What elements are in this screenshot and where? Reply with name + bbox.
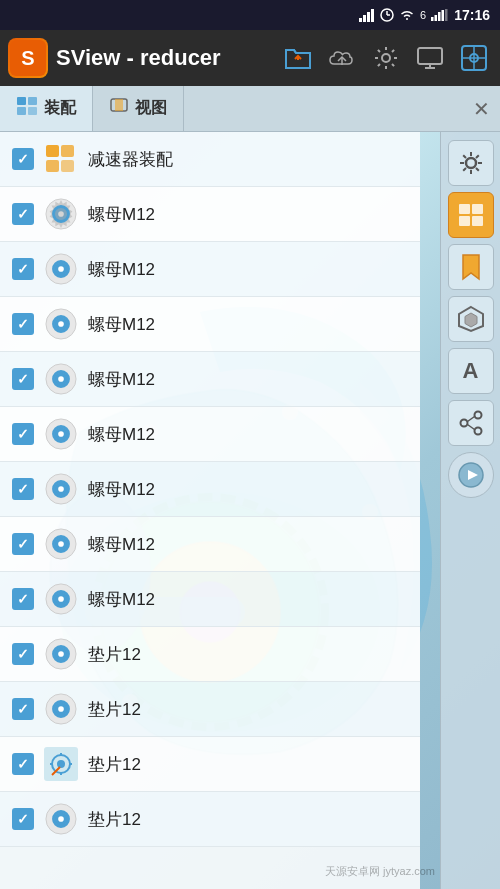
expand-icon [460, 44, 488, 72]
component-icon-3 [44, 307, 78, 341]
component-icon-2 [44, 252, 78, 286]
item-label-4: 螺母M12 [88, 368, 155, 391]
gear-icon [45, 308, 77, 340]
svg-rect-28 [115, 99, 123, 111]
svg-point-70 [58, 541, 64, 547]
gear-icon [45, 693, 77, 725]
list-item[interactable]: 螺母M12 [0, 187, 420, 242]
svg-point-15 [382, 54, 390, 62]
gear-icon [45, 803, 77, 835]
checkbox-9[interactable] [12, 643, 34, 665]
settings-button[interactable] [368, 40, 404, 76]
main-content: 减速器装配 螺母M12 [0, 132, 500, 889]
list-item[interactable]: 垫片12 [0, 682, 420, 737]
svg-point-99 [460, 420, 467, 427]
item-label-10: 垫片12 [88, 698, 141, 721]
svg-rect-2 [367, 12, 370, 22]
svg-rect-24 [28, 97, 37, 105]
item-label-11: 垫片12 [88, 753, 141, 776]
svg-rect-25 [17, 107, 26, 115]
svg-rect-93 [472, 204, 483, 214]
structure-icon [457, 305, 485, 333]
item-label-6: 螺母M12 [88, 478, 155, 501]
gear-icon [45, 528, 77, 560]
monitor-button[interactable] [412, 40, 448, 76]
cloud-button[interactable] [324, 40, 360, 76]
checkbox-5[interactable] [12, 423, 34, 445]
checkbox-4[interactable] [12, 368, 34, 390]
list-item[interactable]: 螺母M12 [0, 352, 420, 407]
gear-icon [45, 198, 77, 230]
list-item[interactable]: 螺母M12 [0, 462, 420, 517]
checkbox-11[interactable] [12, 753, 34, 775]
svg-rect-41 [61, 145, 74, 157]
svg-point-62 [58, 431, 64, 437]
list-item[interactable]: 垫片12 [0, 792, 420, 847]
signal-bars-icon [431, 9, 449, 21]
component-icon-1 [44, 197, 78, 231]
wifi-icon [399, 9, 415, 21]
app-title: SView - reducer [56, 45, 272, 71]
tab-assembly-label: 装配 [44, 98, 76, 119]
checkbox-10[interactable] [12, 698, 34, 720]
assembly-icon [16, 96, 38, 116]
signal-icon [359, 8, 375, 22]
checkbox-2[interactable] [12, 258, 34, 280]
toolbar-settings-button[interactable] [448, 140, 494, 186]
checkbox-0[interactable] [12, 148, 34, 170]
checkbox-8[interactable] [12, 588, 34, 610]
toolbar-text-button[interactable]: A [448, 348, 494, 394]
list-item[interactable]: 螺母M12 [0, 407, 420, 462]
tab-view[interactable]: 视图 [93, 86, 184, 131]
sview-logo-icon: S [10, 40, 46, 76]
app-logo: S [8, 38, 48, 78]
gear-thumb-icon [44, 747, 78, 781]
checkbox-12[interactable] [12, 808, 34, 830]
svg-point-86 [57, 760, 65, 768]
layers-icon [457, 202, 485, 228]
svg-rect-8 [435, 15, 438, 21]
svg-point-91 [466, 158, 476, 168]
component-icon-4 [44, 362, 78, 396]
toolbar-bookmark-button[interactable] [448, 244, 494, 290]
svg-point-74 [58, 596, 64, 602]
toolbar-play-button[interactable] [448, 452, 494, 498]
list-item[interactable]: 螺母M12 [0, 242, 420, 297]
cloud-icon [328, 47, 356, 69]
status-icons: 6 17:16 [359, 7, 490, 23]
list-item[interactable]: 螺母M12 [0, 572, 420, 627]
svg-point-66 [58, 486, 64, 492]
toolbar-layers-button[interactable] [448, 192, 494, 238]
checkbox-6[interactable] [12, 478, 34, 500]
list-item[interactable]: 垫片12 [0, 627, 420, 682]
svg-rect-42 [46, 160, 59, 172]
tab-assembly[interactable]: 装配 [0, 86, 93, 131]
svg-point-50 [58, 266, 64, 272]
component-icon-7 [44, 527, 78, 561]
list-item[interactable]: 减速器装配 [0, 132, 420, 187]
folder-button[interactable] [280, 40, 316, 76]
svg-rect-26 [28, 107, 37, 115]
svg-point-82 [58, 706, 64, 712]
list-item[interactable]: 垫片12 [0, 737, 420, 792]
item-label-12: 垫片12 [88, 808, 141, 831]
share-icon [458, 410, 484, 436]
component-icon-9 [44, 637, 78, 671]
list-item[interactable]: 螺母M12 [0, 297, 420, 352]
status-bar: 6 17:16 [0, 0, 500, 30]
component-icon-11 [44, 747, 78, 781]
toolbar-share-button[interactable] [448, 400, 494, 446]
checkbox-7[interactable] [12, 533, 34, 555]
component-list: 减速器装配 螺母M12 [0, 132, 420, 889]
play-icon [458, 462, 484, 488]
gear-icon [45, 418, 77, 450]
expand-button[interactable] [456, 40, 492, 76]
gear-icon [45, 583, 77, 615]
tab-close-button[interactable]: ✕ [473, 97, 490, 121]
toolbar-structure-button[interactable] [448, 296, 494, 342]
tab-bar: 装配 视图 ✕ [0, 86, 500, 132]
svg-rect-7 [431, 17, 434, 21]
checkbox-3[interactable] [12, 313, 34, 335]
checkbox-1[interactable] [12, 203, 34, 225]
list-item[interactable]: 螺母M12 [0, 517, 420, 572]
